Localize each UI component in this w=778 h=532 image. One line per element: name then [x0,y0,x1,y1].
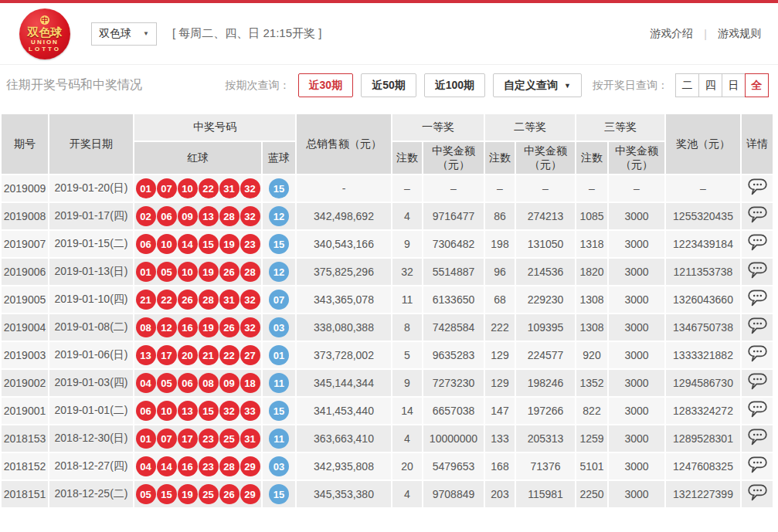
col-header-red-balls: 红球 [134,141,262,175]
red-balls-cell: 010510192628 [134,258,262,286]
header-links: 游戏介绍 | 游戏规则 [650,27,761,41]
red-ball: 31 [240,429,260,449]
game-intro-link[interactable]: 游戏介绍 [650,27,693,41]
date-cell: 2018-12-30(日) [49,425,134,452]
p3-amount-cell: 3000 [608,480,665,508]
filter-controls: 按期次查询： 近30期 近50期 近100期 自定义查询 ▼ 按开奖日查询： 二… [226,73,769,97]
detail-cell [741,480,773,508]
red-ball: 23 [199,456,219,476]
detail-comment-icon[interactable] [748,429,767,446]
p1-count-cell: 32 [392,258,423,286]
p1-amount-cell: 6133650 [423,286,484,313]
p2-amount-cell: 109395 [515,313,576,341]
pool-cell: 1321227399 [665,480,741,508]
sales-cell: 338,080,388 [296,313,392,341]
p3-count-cell: 1352 [576,369,608,397]
date-cell: 2019-01-20(日) [49,175,134,202]
p3-count-cell: 1318 [576,230,608,258]
red-ball: 21 [199,345,219,365]
red-ball: 22 [219,345,240,365]
p2-count-cell: – [484,175,515,202]
p3-count-cell: 920 [576,341,608,369]
filter-bar: 往期开奖号码和中奖情况 按期次查询： 近30期 近50期 近100期 自定义查询… [0,65,778,106]
detail-comment-icon[interactable] [748,373,767,391]
red-ball: 05 [157,262,177,282]
red-balls-cell: 041416232829 [134,452,262,480]
filter-last100-button[interactable]: 近100期 [424,73,485,97]
draw-schedule-text: [ 每周二、四、日 21:15开奖 ] [172,26,321,41]
detail-cell [741,175,773,202]
blue-ball-cell: 11 [262,369,296,397]
p1-amount-cell: 5479653 [423,452,484,480]
p3-amount-cell: 3000 [608,202,665,230]
p1-amount-cell: 7306482 [423,230,484,258]
blue-ball: 01 [269,345,289,365]
detail-cell [741,258,773,286]
detail-comment-icon[interactable] [748,484,767,502]
red-balls-cell: 010710223132 [134,175,262,202]
red-ball: 15 [157,484,177,504]
red-balls-cell: 061014151923 [134,230,262,258]
detail-comment-icon[interactable] [748,290,767,307]
red-ball: 08 [199,373,219,393]
p3-count-cell: 1085 [576,202,608,230]
issue-cell: 2019006 [1,258,49,286]
detail-comment-icon[interactable] [748,262,767,280]
p2-count-cell: 168 [484,452,515,480]
custom-query-dropdown[interactable]: 自定义查询 ▼ [493,73,582,97]
red-ball: 01 [136,178,156,198]
p1-amount-cell: 10000000 [423,425,484,452]
day-thursday-button[interactable]: 四 [698,73,722,97]
issue-cell: 2019007 [1,230,49,258]
p1-count-cell: 4 [392,425,423,452]
day-query-label: 按开奖日查询： [593,79,668,93]
detail-comment-icon[interactable] [748,401,767,418]
detail-cell [741,452,773,480]
blue-ball-cell: 15 [262,175,296,202]
day-sunday-button[interactable]: 日 [722,73,746,97]
detail-comment-icon[interactable] [748,456,767,474]
p1-amount-cell: 5514887 [423,258,484,286]
red-ball: 09 [219,373,240,393]
p1-count-cell: 8 [392,313,423,341]
red-ball: 05 [157,373,177,393]
p1-count-cell: 4 [392,202,423,230]
p2-count-cell: 86 [484,202,515,230]
p3-amount-cell: 3000 [608,341,665,369]
p1-count-cell: 4 [392,480,423,508]
p2-count-cell: 129 [484,341,515,369]
detail-comment-icon[interactable] [748,178,767,196]
red-ball: 26 [219,262,240,282]
p3-count-cell: 5101 [576,452,608,480]
red-ball: 06 [136,234,156,254]
filter-last50-button[interactable]: 近50期 [361,73,416,97]
lottery-select[interactable]: 双色球 ▼ [91,22,157,46]
filter-last30-button[interactable]: 近30期 [298,73,354,97]
detail-comment-icon[interactable] [748,345,767,363]
day-tuesday-button[interactable]: 二 [675,73,699,97]
detail-cell [741,230,773,258]
date-cell: 2019-01-03(四) [49,369,134,397]
p1-count-cell: 11 [392,286,423,313]
logo-subtitle-lotto: LOTTO [29,46,61,53]
detail-cell [741,369,773,397]
detail-comment-icon[interactable] [748,206,767,224]
date-cell: 2019-01-01(二) [49,397,134,425]
red-ball: 28 [219,456,240,476]
p2-amount-cell: 197266 [515,397,576,425]
game-rules-link[interactable]: 游戏规则 [718,27,761,41]
blue-ball: 11 [269,373,289,393]
detail-cell [741,341,773,369]
red-balls-cell: 051519252629 [134,480,262,508]
col-header-sales: 总销售额（元） [296,114,392,175]
results-table: 期号 开奖日期 中奖号码 总销售额（元） 一等奖 二等奖 三等奖 奖池（元） 详… [0,113,774,509]
red-ball: 15 [199,401,219,421]
day-all-button[interactable]: 全 [745,73,769,97]
detail-comment-icon[interactable] [748,317,767,335]
p2-count-cell: 129 [484,369,515,397]
red-ball: 29 [240,456,260,476]
red-balls-cell: 131720212227 [134,341,262,369]
table-row: 2019009 2019-01-20(日) 010710223132 15 - … [1,175,773,202]
issue-cell: 2019002 [1,369,49,397]
detail-comment-icon[interactable] [748,234,767,252]
